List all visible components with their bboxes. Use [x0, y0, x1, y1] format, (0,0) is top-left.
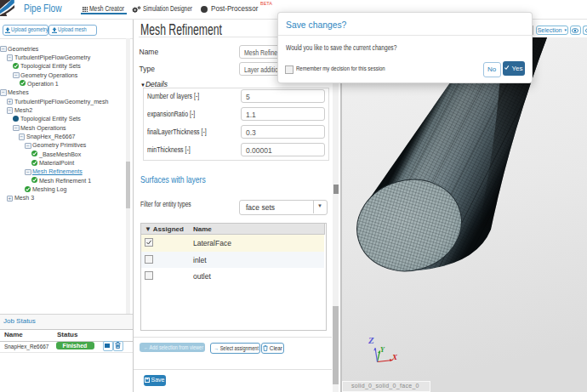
svg-text:X: X	[391, 353, 398, 361]
svg-text:Z: Z	[368, 335, 374, 345]
